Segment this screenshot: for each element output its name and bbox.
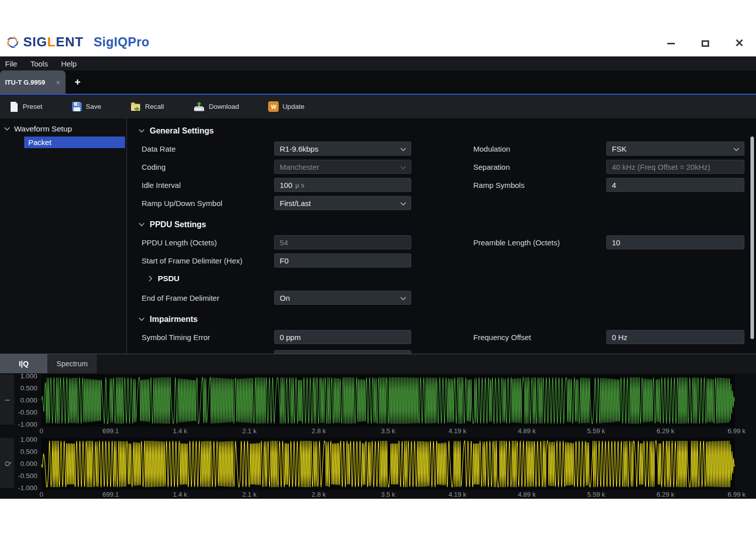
ramp-symbols-label: Ramp Symbols [473,181,606,189]
minimize-button[interactable] [664,37,677,49]
new-tab-button[interactable]: + [75,77,81,88]
x-tick-label: 699.1 [102,427,119,435]
chevron-down-icon [139,317,145,321]
x-tick-label: 2.8 k [311,491,326,498]
tab-iq[interactable]: I|Q [0,354,47,373]
title-bar: SIGLENT SigIQPro ✕ [0,0,756,56]
x-tick-label: 0 [39,491,43,498]
row-idle-interval: Idle Interval 100 μ s Ramp Symbols 4 [142,178,756,192]
section-ppdu-settings[interactable]: PPDU Settings [139,218,756,231]
symbol-timing-input[interactable]: 0 ppm [274,330,411,344]
brand-logo: SIGLENT SigIQPro [5,34,150,50]
section-general-settings[interactable]: General Settings [139,124,756,138]
drive-download-icon [193,101,205,112]
y-tick-label: -1.000 [7,421,37,428]
update-button[interactable]: W Update [265,99,307,114]
document-tab-bar: ITU-T G.9959 × + [0,71,756,94]
chevron-down-icon [733,148,739,151]
y-tick-label: -0.500 [7,472,37,480]
maximize-button[interactable] [699,37,712,49]
preset-button[interactable]: Preset [6,99,45,114]
chevron-down-icon [400,148,406,151]
chevron-right-icon [149,276,153,282]
x-tick-label: 6.29 k [657,427,674,435]
x-tick-label: 4.19 k [449,491,466,498]
tab-spectrum[interactable]: Spectrum [47,354,97,373]
row-symbol-timing: Symbol Timing Error 0 ppm Frequency Offs… [142,330,756,344]
idle-interval-input[interactable]: 100 μ s [274,178,411,192]
y-tick-label: 0.000 [7,396,37,404]
window-controls: ✕ [664,37,746,49]
i-x-axis-ticks: 0699.11.4 k2.1 k2.8 k3.5 k4.19 k4.89 k5.… [41,427,735,436]
modulation-label: Modulation [473,145,606,153]
x-tick-label: 0 [39,427,43,435]
menu-file[interactable]: File [5,59,17,68]
modulation-select[interactable]: FSK [606,142,744,156]
ramp-updown-label: Ramp Up/Down Symbol [142,199,274,208]
section-impairments[interactable]: Impairments [139,313,756,326]
row-sfd: Start of Frame Delimiter (Hex) F0 [142,253,756,268]
chevron-down-icon [139,223,145,227]
siglent-swirl-icon [5,35,20,50]
x-tick-label: 1.4 k [173,427,187,435]
settings-panel: General Settings Data Rate R1-9.6kbps Mo… [128,118,756,354]
y-tick-label: 0.500 [7,448,37,455]
x-tick-label: 6.29 k [657,491,674,498]
main-area: Waveform Setup Packet General Settings D… [0,118,756,354]
ramp-updown-select[interactable]: First/Last [274,196,411,210]
chevron-down-icon [400,166,406,169]
app-title: SigIQPro [94,35,150,49]
symbol-timing-label: Symbol Timing Error [142,333,274,342]
x-tick-label: 3.5 k [381,491,395,498]
save-button[interactable]: Save [69,99,104,114]
frequency-offset-input[interactable]: 0 Hz [606,330,744,344]
x-tick-label: 4.89 k [518,427,535,435]
q-y-axis-ticks: 1.0000.5000.000-0.500-1.000 [14,438,39,490]
settings-scrollbar[interactable] [750,137,754,339]
folder-arrow-icon [131,101,142,112]
y-tick-label: -1.000 [7,484,37,492]
frequency-offset-label: Frequency Offset [473,333,606,342]
menu-tools[interactable]: Tools [30,59,48,68]
x-tick-label: 4.19 k [449,427,466,435]
document-icon [9,101,19,112]
y-tick-label: 1.000 [7,436,37,443]
tab-close-icon[interactable]: × [54,79,61,86]
download-button[interactable]: Download [190,99,242,114]
eof-delimiter-select[interactable]: On [274,291,411,305]
psdu-expander[interactable]: PSDU [149,272,756,286]
separation-field: 40 kHz (Freq Offset = 20kHz) [606,160,744,174]
recall-button[interactable]: Recall [128,99,167,114]
i-waveform-chart: I 1.0000.5000.000-0.500-1.000 0699.11.4 … [0,374,756,436]
minimize-icon [667,43,675,44]
close-button[interactable]: ✕ [733,37,746,49]
sfd-input[interactable]: F0 [274,253,411,268]
close-icon: ✕ [735,38,744,49]
row-data-rate: Data Rate R1-9.6kbps Modulation FSK [142,142,756,156]
ramp-symbols-input[interactable]: 4 [606,178,744,192]
sidebar-group-waveform-setup[interactable]: Waveform Setup [0,118,127,137]
data-rate-label: Data Rate [142,145,274,153]
row-coding: Coding Manchester Separation 40 kHz (Fre… [142,160,756,174]
ppdu-length-label: PPDU Length (Octets) [142,238,274,247]
x-tick-label: 5.59 k [587,491,605,498]
waveform-panel: I|Q Spectrum I 1.0000.5000.000-0.500-1.0… [0,354,756,499]
data-rate-select[interactable]: R1-9.6kbps [274,142,411,156]
x-tick-label: 3.5 k [381,427,395,435]
x-tick-label: 6.99 k [728,427,745,435]
tab-itu-t-g9959[interactable]: ITU-T G.9959 × [0,71,66,94]
coding-select: Manchester [274,160,411,174]
q-waveform-chart: Q 1.0000.5000.000-0.500-1.000 0699.11.4 … [0,438,756,499]
y-tick-label: 0.500 [7,384,37,392]
sidebar: Waveform Setup Packet [0,118,127,354]
menu-help[interactable]: Help [61,59,77,68]
sidebar-item-packet[interactable]: Packet [24,137,125,148]
maximize-icon [702,40,709,47]
row-ppdu-length: PPDU Length (Octets) 54 Preamble Length … [142,235,756,249]
y-tick-label: 1.000 [7,372,37,380]
x-tick-label: 2.1 k [242,491,257,498]
y-tick-label: -0.500 [7,409,37,416]
preamble-length-input[interactable]: 10 [606,235,744,249]
x-tick-label: 1.4 k [173,491,187,498]
idle-interval-unit: μ s [295,181,304,189]
